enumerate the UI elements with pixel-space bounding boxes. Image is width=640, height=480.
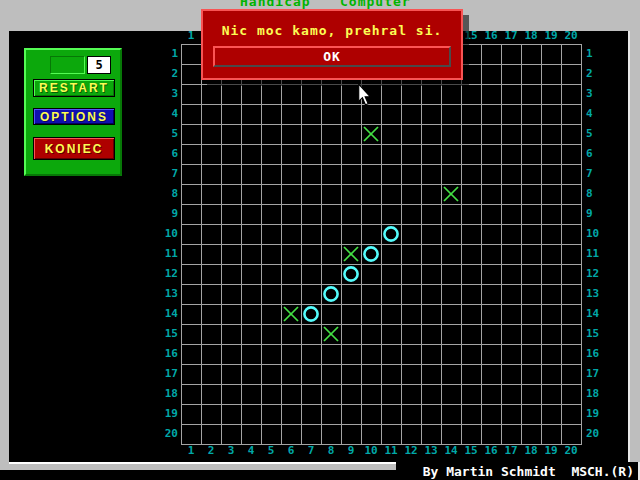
axis-label-left: 10: [158, 228, 178, 240]
menu-item-computer[interactable]: Computer: [340, 0, 411, 9]
axis-label-bottom: 8: [321, 445, 341, 457]
axis-label-left: 12: [158, 268, 178, 280]
axis-label-left: 16: [158, 348, 178, 360]
koniec-button[interactable]: KONIEC: [33, 137, 115, 160]
axis-label-left: 4: [158, 108, 178, 120]
axis-label-right: 4: [586, 108, 608, 120]
axis-label-left: 1: [158, 48, 178, 60]
axis-label-left: 15: [158, 328, 178, 340]
axis-label-right: 19: [586, 408, 608, 420]
o-mark: [322, 285, 340, 303]
dialog-message: Nic moc kamo, prehral si.: [203, 23, 461, 38]
axis-label-bottom: 18: [521, 445, 541, 457]
axis-label-right: 17: [586, 368, 608, 380]
axis-label-bottom: 16: [481, 445, 501, 457]
axis-label-bottom: 20: [561, 445, 581, 457]
axis-label-bottom: 2: [201, 445, 221, 457]
axis-label-top: 19: [541, 30, 561, 42]
axis-label-top: 1: [181, 30, 201, 42]
axis-label-left: 6: [158, 148, 178, 160]
axis-label-right: 11: [586, 248, 608, 260]
x-mark: [442, 185, 460, 203]
control-panel: 5 RESTART OPTIONS KONIEC: [24, 48, 122, 176]
axis-label-bottom: 19: [541, 445, 561, 457]
axis-label-top: 16: [481, 30, 501, 42]
axis-label-right: 7: [586, 168, 608, 180]
axis-label-left: 3: [158, 88, 178, 100]
axis-label-bottom: 9: [341, 445, 361, 457]
axis-label-right: 1: [586, 48, 608, 60]
restart-button[interactable]: RESTART: [33, 79, 115, 97]
axis-label-bottom: 7: [301, 445, 321, 457]
axis-label-left: 20: [158, 428, 178, 440]
axis-label-bottom: 1: [181, 445, 201, 457]
axis-label-right: 20: [586, 428, 608, 440]
game-over-dialog: Nic moc kamo, prehral si. OK: [201, 9, 463, 80]
axis-label-top: 20: [561, 30, 581, 42]
axis-label-bottom: 14: [441, 445, 461, 457]
credit-text: By Martin Schmidt MSCH.(R): [396, 462, 640, 480]
axis-label-left: 18: [158, 388, 178, 400]
axis-label-left: 13: [158, 288, 178, 300]
axis-label-right: 3: [586, 88, 608, 100]
axis-label-left: 8: [158, 188, 178, 200]
axis-label-left: 11: [158, 248, 178, 260]
axis-label-left: 17: [158, 368, 178, 380]
axis-label-bottom: 11: [381, 445, 401, 457]
o-mark: [382, 225, 400, 243]
axis-label-bottom: 4: [241, 445, 261, 457]
x-mark: [362, 125, 380, 143]
axis-label-right: 2: [586, 68, 608, 80]
menu-item-handicap[interactable]: Handicap: [240, 0, 311, 9]
axis-label-bottom: 17: [501, 445, 521, 457]
axis-label-left: 14: [158, 308, 178, 320]
axis-label-bottom: 10: [361, 445, 381, 457]
ok-button[interactable]: OK: [213, 46, 451, 67]
axis-label-bottom: 5: [261, 445, 281, 457]
x-mark: [282, 305, 300, 323]
x-mark: [342, 245, 360, 263]
o-mark: [362, 245, 380, 263]
axis-label-left: 9: [158, 208, 178, 220]
axis-label-right: 6: [586, 148, 608, 160]
axis-label-left: 2: [158, 68, 178, 80]
axis-label-bottom: 6: [281, 445, 301, 457]
axis-label-right: 12: [586, 268, 608, 280]
axis-label-right: 5: [586, 128, 608, 140]
axis-label-bottom: 15: [461, 445, 481, 457]
axis-label-bottom: 3: [221, 445, 241, 457]
axis-label-right: 9: [586, 208, 608, 220]
axis-label-bottom: 12: [401, 445, 421, 457]
axis-label-right: 16: [586, 348, 608, 360]
counter-value-box: 5: [87, 56, 111, 74]
axis-label-right: 15: [586, 328, 608, 340]
axis-label-right: 10: [586, 228, 608, 240]
axis-label-top: 18: [521, 30, 541, 42]
axis-label-right: 14: [586, 308, 608, 320]
axis-label-left: 5: [158, 128, 178, 140]
o-mark: [342, 265, 360, 283]
axis-label-left: 19: [158, 408, 178, 420]
playfield: 5 RESTART OPTIONS KONIEC 111122223333444…: [9, 31, 630, 464]
axis-label-right: 13: [586, 288, 608, 300]
axis-label-right: 8: [586, 188, 608, 200]
axis-label-right: 18: [586, 388, 608, 400]
axis-label-bottom: 13: [421, 445, 441, 457]
axis-label-top: 15: [461, 30, 481, 42]
counter-blank-box: [50, 56, 85, 74]
mouse-cursor-icon: [357, 84, 372, 106]
options-button[interactable]: OPTIONS: [33, 108, 115, 125]
axis-label-left: 7: [158, 168, 178, 180]
axis-label-top: 17: [501, 30, 521, 42]
game-board-grid[interactable]: [181, 44, 582, 445]
o-mark: [302, 305, 320, 323]
x-mark: [322, 325, 340, 343]
